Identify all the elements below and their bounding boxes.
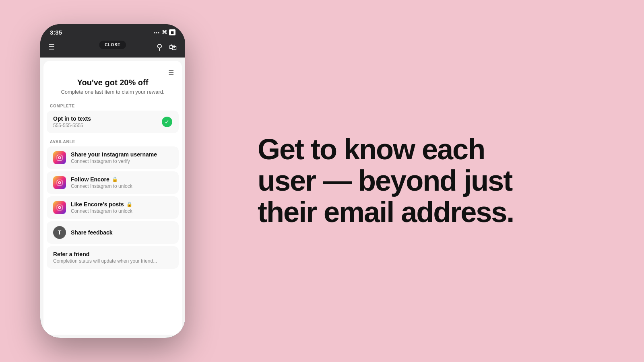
svg-point-8: [61, 206, 61, 206]
task-refer-friend[interactable]: Refer a friend Completion status will up…: [47, 246, 179, 269]
task-like-posts[interactable]: Like Encore's posts 🔒 Connect Instagram …: [47, 196, 179, 219]
task-opt-in-texts[interactable]: Opt in to texts 555-555-5555 ✓: [47, 111, 179, 133]
right-section: Get to know each user — beyond just thei…: [225, 110, 644, 252]
task-content-3: Follow Encore 🔒 Connect Instagram to unl…: [71, 176, 172, 189]
status-time: 3:35: [50, 29, 62, 36]
headline-line1: Get to know each: [258, 133, 485, 165]
available-section-label: AVAILABLE: [43, 136, 182, 146]
hamburger-icon[interactable]: ☰: [48, 43, 55, 51]
task-follow-encore[interactable]: Follow Encore 🔒 Connect Instagram to unl…: [47, 171, 179, 194]
avatar-t-icon: T: [53, 226, 66, 239]
task-content: Opt in to texts 555-555-5555: [53, 115, 157, 128]
check-icon: ✓: [162, 117, 172, 127]
wifi-icon: ⌘: [162, 29, 167, 35]
task-content-2: Share your Instagram username Connect In…: [71, 151, 172, 164]
task-title-5: Share feedback: [71, 229, 172, 236]
battery-icon: ■: [169, 29, 175, 35]
nav-bar: ☰ CLOSE ⚲ 🛍: [40, 39, 185, 58]
svg-point-2: [61, 156, 61, 156]
reward-header: ☰ You've got 20% off Complete one last i…: [43, 61, 182, 100]
task-content-6: Refer a friend Completion status will up…: [53, 251, 172, 264]
headline: Get to know each user — beyond just thei…: [258, 134, 514, 228]
task-title-6: Refer a friend: [53, 251, 172, 257]
task-subtitle-6: Completion status will update when your …: [53, 258, 172, 264]
phone-wrapper: 3:35 ▪▪▪ ⌘ ■ ☰ CLOSE ⚲ 🛍: [40, 24, 185, 338]
headline-line2: user — beyond just: [258, 165, 512, 197]
phone-content: ☰ You've got 20% off Complete one last i…: [40, 58, 185, 338]
lock-icon-1: 🔒: [112, 177, 118, 182]
task-title-2: Share your Instagram username: [71, 151, 172, 158]
svg-rect-0: [57, 155, 62, 160]
task-title: Opt in to texts: [53, 115, 157, 122]
svg-rect-3: [57, 180, 62, 185]
task-title-4: Like Encore's posts 🔒: [71, 201, 172, 208]
content-menu-icon[interactable]: ☰: [168, 69, 174, 76]
lock-icon-2: 🔒: [126, 202, 132, 207]
reward-title: You've got 20% off: [52, 78, 174, 87]
nav-right-icons: ⚲ 🛍: [157, 42, 177, 52]
signal-icon: ▪▪▪: [154, 30, 160, 35]
status-icons: ▪▪▪ ⌘ ■: [154, 29, 175, 35]
reward-subtitle: Complete one last item to claim your rew…: [52, 89, 174, 95]
task-content-5: Share feedback: [71, 229, 172, 236]
task-subtitle-3: Connect Instagram to unlock: [71, 183, 172, 189]
left-section: 3:35 ▪▪▪ ⌘ ■ ☰ CLOSE ⚲ 🛍: [0, 0, 225, 362]
task-subtitle-2: Connect Instagram to verify: [71, 158, 172, 164]
task-share-feedback[interactable]: T Share feedback: [47, 221, 179, 244]
phone-frame: 3:35 ▪▪▪ ⌘ ■ ☰ CLOSE ⚲ 🛍: [40, 24, 185, 338]
task-subtitle: 555-555-5555: [53, 123, 157, 128]
instagram-icon-2: [53, 176, 66, 189]
task-subtitle-4: Connect Instagram to unlock: [71, 208, 172, 214]
complete-section-label: COMPLETE: [43, 100, 182, 111]
svg-point-5: [61, 181, 61, 181]
task-share-instagram[interactable]: Share your Instagram username Connect In…: [47, 146, 179, 169]
instagram-icon-1: [53, 151, 66, 164]
status-bar: 3:35 ▪▪▪ ⌘ ■: [40, 24, 185, 39]
svg-point-1: [58, 156, 60, 158]
content-inner: ☰ You've got 20% off Complete one last i…: [43, 61, 182, 335]
task-content-4: Like Encore's posts 🔒 Connect Instagram …: [71, 201, 172, 214]
search-icon[interactable]: ⚲: [157, 42, 163, 52]
headline-line3: their email address.: [258, 196, 514, 228]
task-title-3: Follow Encore 🔒: [71, 176, 172, 183]
svg-point-4: [58, 181, 60, 183]
svg-point-7: [58, 206, 60, 208]
instagram-icon-3: [53, 201, 66, 214]
close-button[interactable]: CLOSE: [99, 41, 126, 49]
bag-icon[interactable]: 🛍: [169, 43, 177, 52]
svg-rect-6: [57, 205, 62, 210]
